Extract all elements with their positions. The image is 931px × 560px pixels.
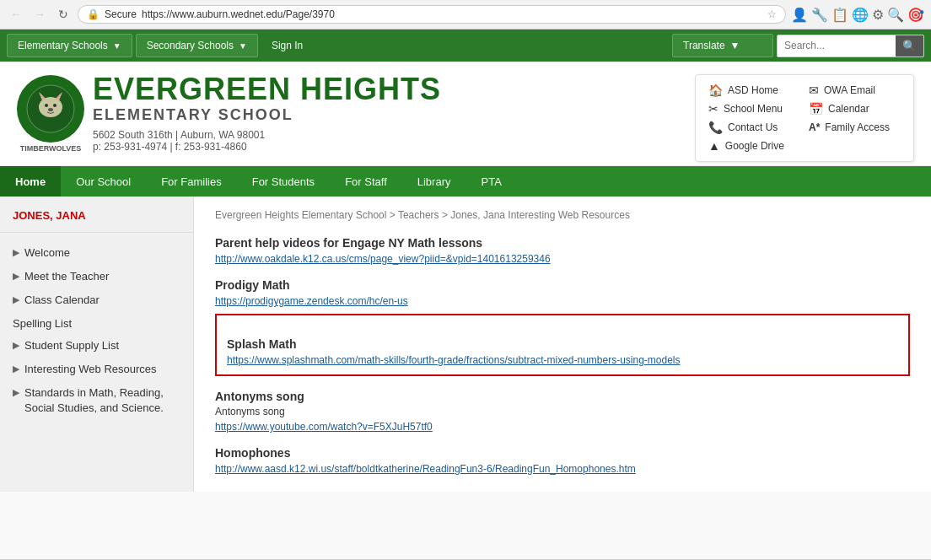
scissors-icon: ✂	[708, 102, 718, 116]
main-nav: Home Our School For Families For Student…	[0, 166, 931, 197]
nav-item-for-staff[interactable]: For Staff	[330, 166, 402, 197]
ext-icon-2[interactable]: 🔧	[811, 7, 828, 23]
sidebar-supply-label: Student Supply List	[24, 338, 119, 353]
resource-splash-math-highlighted: Splash Math https://www.splashmath.com/m…	[215, 314, 910, 376]
resource-prodigy-title: Prodigy Math	[215, 278, 910, 292]
sidebar-item-welcome[interactable]: ▶ Welcome	[0, 241, 193, 265]
ext-icon-3[interactable]: 📋	[831, 7, 848, 23]
resource-engage-ny-title: Parent help videos for Engage NY Math le…	[215, 236, 910, 250]
ext-icon-6[interactable]: 🔍	[887, 7, 904, 23]
sidebar-standards-label: Standards in Math, Reading, Social Studi…	[24, 385, 180, 416]
url-display: https://www.auburn.wednet.edu/Page/3970	[142, 8, 335, 20]
resource-antonyms-link[interactable]: https://www.youtube.com/watch?v=F5XJuH57…	[215, 421, 433, 433]
resource-engage-ny-link[interactable]: http://www.oakdale.k12.ca.us/cms/page_vi…	[215, 253, 551, 265]
ext-icon-4[interactable]: 🌐	[852, 7, 869, 23]
resource-homophones-title: Homophones	[215, 446, 910, 460]
welcome-arrow: ▶	[13, 246, 19, 259]
dropdown2-arrow: ▼	[239, 41, 247, 51]
quick-link-asd-home[interactable]: 🏠 ASD Home	[708, 83, 800, 97]
drive-icon: ▲	[708, 139, 720, 153]
content-area: JONES, JANA ▶ Welcome ▶ Meet the Teacher…	[0, 197, 931, 492]
sidebar-calendar-label: Class Calendar	[24, 293, 100, 308]
breadcrumb-home[interactable]: Evergreen Heights Elementary School	[215, 209, 386, 221]
search-input[interactable]	[778, 35, 896, 57]
calendar-icon: 📅	[809, 102, 823, 116]
secondary-dropdown-label: Secondary Schools	[147, 40, 234, 51]
sign-in-link[interactable]: Sign In	[261, 35, 313, 57]
school-name-area: EVERGREEN HEIGHTS ELEMENTARY SCHOOL 5602…	[93, 74, 441, 153]
quick-links-box: 🏠 ASD Home ✉ OWA Email ✂ School Menu 📅 C…	[695, 74, 914, 162]
lock-icon: 🔒	[87, 8, 100, 20]
sidebar-meet-label: Meet the Teacher	[24, 269, 109, 284]
sidebar-item-standards[interactable]: ▶ Standards in Math, Reading, Social Stu…	[0, 381, 193, 420]
browser-toolbar: ← → ↻ 🔒 Secure https://www.auburn.wednet…	[0, 0, 931, 29]
search-bar[interactable]: 🔍	[777, 35, 924, 57]
nav-item-pta[interactable]: PTA	[466, 166, 517, 197]
ext-icon-5[interactable]: ⚙	[872, 7, 884, 23]
school-address: 5602 South 316th | Auburn, WA 98001	[93, 129, 441, 141]
quick-link-google-drive[interactable]: ▲ Google Drive	[708, 139, 800, 153]
school-name-main: EVERGREEN HEIGHTS	[93, 74, 441, 105]
resource-prodigy-link[interactable]: https://prodigygame.zendesk.com/hc/en-us	[215, 295, 408, 307]
sidebar-username: JONES, JANA	[0, 209, 193, 233]
url-text: Secure	[105, 8, 137, 20]
resource-splash-link[interactable]: https://www.splashmath.com/math-skills/f…	[227, 354, 681, 366]
forward-button[interactable]: →	[30, 5, 49, 24]
browser-chrome: ← → ↻ 🔒 Secure https://www.auburn.wednet…	[0, 0, 931, 30]
phone-icon: 📞	[708, 121, 723, 134]
resource-splash-title: Splash Math	[227, 337, 898, 351]
site-wrapper: Elementary Schools ▼ Secondary Schools ▼…	[0, 30, 931, 559]
nav-item-for-students[interactable]: For Students	[237, 166, 330, 197]
quick-link-calendar[interactable]: 📅 Calendar	[809, 102, 901, 116]
nav-item-for-families[interactable]: For Families	[146, 166, 237, 197]
sidebar-item-web-resources[interactable]: ▶ Interesting Web Resources	[0, 358, 193, 381]
resource-homophones: Homophones http://www.aasd.k12.wi.us/sta…	[215, 446, 910, 475]
breadcrumb-sep1: >	[390, 209, 398, 221]
back-button[interactable]: ←	[7, 5, 25, 24]
quick-links-grid: 🏠 ASD Home ✉ OWA Email ✂ School Menu 📅 C…	[708, 83, 901, 153]
quick-link-family-access[interactable]: A* Family Access	[809, 121, 901, 134]
nav-item-library[interactable]: Library	[402, 166, 466, 197]
reload-button[interactable]: ↻	[54, 5, 73, 24]
home-icon: 🏠	[708, 83, 723, 97]
resource-prodigy: Prodigy Math https://prodigygame.zendesk…	[215, 278, 910, 307]
nav-item-home[interactable]: Home	[0, 166, 61, 197]
bookmark-icon[interactable]: ☆	[767, 8, 777, 20]
elementary-schools-dropdown[interactable]: Elementary Schools ▼	[7, 34, 132, 57]
resource-antonyms: Antonyms song Antonyms song https://www.…	[215, 390, 910, 433]
page-footer	[0, 492, 931, 559]
family-access-icon: A*	[809, 121, 820, 133]
sidebar-welcome-label: Welcome	[24, 245, 70, 261]
sidebar-item-supply-list[interactable]: ▶ Student Supply List	[0, 334, 193, 358]
ext-icon-7[interactable]: 🎯	[907, 7, 924, 23]
svg-point-6	[45, 104, 48, 107]
sidebar-item-class-calendar[interactable]: ▶ Class Calendar	[0, 288, 193, 312]
breadcrumb: Evergreen Heights Elementary School > Te…	[215, 209, 910, 221]
elementary-dropdown-label: Elementary Schools	[18, 40, 108, 51]
quick-link-owa-email[interactable]: ✉ OWA Email	[809, 83, 901, 97]
svg-point-8	[48, 108, 53, 111]
browser-extensions: 👤 🔧 📋 🌐 ⚙ 🔍 🎯	[791, 7, 924, 23]
resource-homophones-link[interactable]: http://www.aasd.k12.wi.us/staff/boldtkat…	[215, 463, 636, 475]
sidebar-item-meet-teacher[interactable]: ▶ Meet the Teacher	[0, 265, 193, 288]
breadcrumb-sep2: >	[442, 209, 450, 221]
meet-arrow: ▶	[13, 270, 19, 283]
nav-item-our-school[interactable]: Our School	[61, 166, 146, 197]
resource-antonyms-title: Antonyms song	[215, 390, 910, 403]
address-bar[interactable]: 🔒 Secure https://www.auburn.wednet.edu/P…	[78, 5, 786, 24]
school-name-sub: ELEMENTARY SCHOOL	[93, 106, 441, 124]
search-button[interactable]: 🔍	[896, 35, 923, 57]
standards-arrow: ▶	[13, 386, 19, 399]
breadcrumb-jones[interactable]: Jones, Jana	[450, 209, 505, 221]
breadcrumb-teachers[interactable]: Teachers	[398, 209, 439, 221]
translate-arrow: ▼	[730, 40, 740, 51]
calendar-arrow: ▶	[13, 293, 19, 306]
quick-link-contact-us[interactable]: 📞 Contact Us	[708, 121, 800, 134]
sidebar-item-spelling-list[interactable]: Spelling List	[0, 313, 193, 334]
secondary-schools-dropdown[interactable]: Secondary Schools ▼	[136, 34, 258, 57]
translate-dropdown[interactable]: Translate ▼	[672, 34, 773, 57]
quick-link-school-menu[interactable]: ✂ School Menu	[708, 102, 800, 116]
web-arrow: ▶	[13, 363, 19, 375]
main-content: Evergreen Heights Elementary School > Te…	[194, 197, 931, 492]
ext-icon-1[interactable]: 👤	[791, 7, 808, 23]
